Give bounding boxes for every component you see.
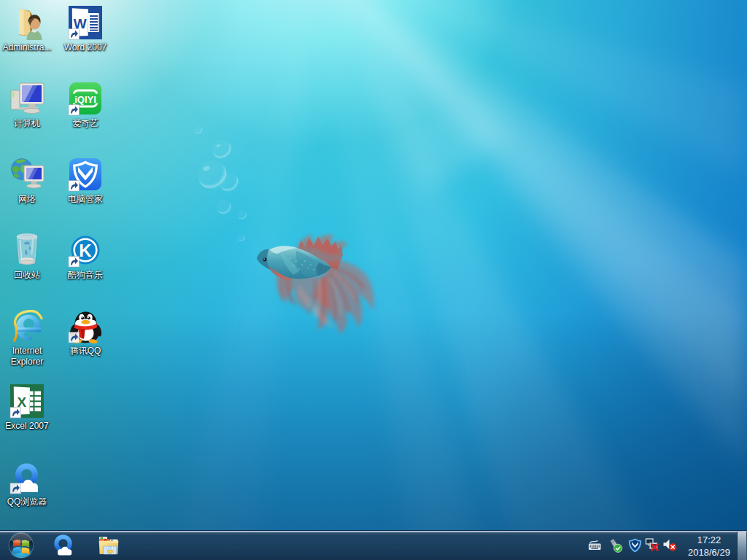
svg-text:K: K: [79, 241, 92, 260]
svg-text:iQIYI: iQIYI: [74, 94, 96, 105]
